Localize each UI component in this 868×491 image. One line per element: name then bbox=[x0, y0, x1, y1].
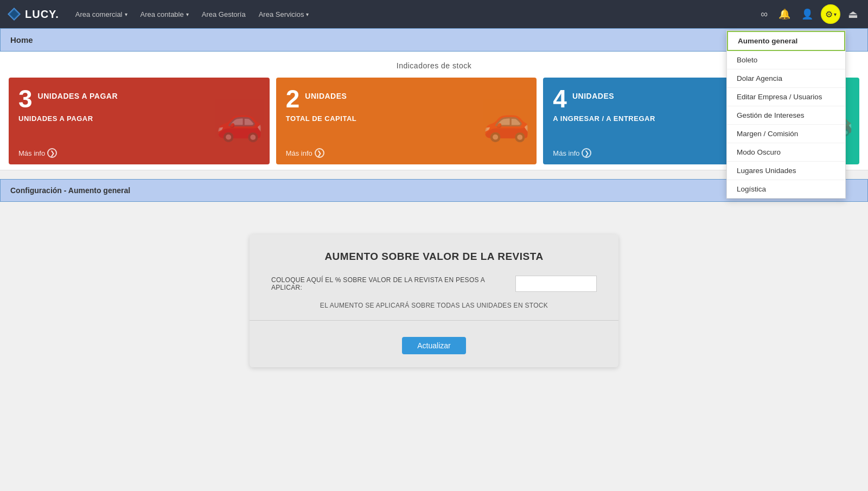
bell-icon[interactable]: 🔔 bbox=[775, 6, 794, 22]
percentage-input[interactable] bbox=[515, 276, 597, 292]
modal-area: AUMENTO SOBRE VALOR DE LA REVISTA COLOQU… bbox=[0, 202, 868, 389]
nav-area-servicios[interactable]: Area Servicios ▾ bbox=[253, 7, 315, 22]
modal-title: AUMENTO SOBRE VALOR DE LA REVISTA bbox=[271, 251, 597, 263]
logo[interactable]: LUCY. bbox=[7, 7, 59, 22]
nav-area-gestoria[interactable]: Area Gestoría bbox=[196, 7, 251, 22]
card-number: 4 bbox=[553, 86, 567, 111]
stock-card-unidades-pagar: 3 UNIDADES A PAGAR UNIDADES A PAGAR 🚗 Má… bbox=[9, 78, 270, 164]
modal-field-label: COLOQUE AQUÍ EL % SOBRE VALOR DE LA REVI… bbox=[271, 276, 510, 291]
navbar-right: ∞ 🔔 👤 ⚙ ▾ Aumento general Boleto Dolar A… bbox=[757, 4, 861, 24]
dropdown-item-editar-empresa[interactable]: Editar Empresa / Usuarios bbox=[727, 88, 845, 106]
exit-icon[interactable]: ⏏ bbox=[845, 5, 861, 23]
nav-area-comercial[interactable]: Area comercial ▾ bbox=[70, 7, 133, 22]
dropdown-item-logistica[interactable]: Logística bbox=[727, 180, 845, 198]
dropdown-item-aumento-general[interactable]: Aumento general bbox=[727, 31, 845, 51]
stock-card-total-capital: 2 UNIDADES TOTAL DE CAPITAL 🚗 Más info ❯ bbox=[276, 78, 537, 164]
home-title: Home bbox=[10, 35, 33, 44]
caret-icon: ▾ bbox=[125, 11, 127, 17]
arrow-circle-icon: ❯ bbox=[582, 148, 591, 158]
navbar-menu: Area comercial ▾ Area contable ▾ Area Ge… bbox=[70, 7, 757, 22]
arrow-circle-icon: ❯ bbox=[47, 148, 57, 158]
dropdown-item-dolar-agencia[interactable]: Dolar Agencia bbox=[727, 69, 845, 88]
card-label-top: UNIDADES bbox=[572, 92, 614, 100]
gear-icon: ⚙ bbox=[825, 9, 833, 20]
infinity-icon[interactable]: ∞ bbox=[757, 7, 771, 22]
modal-box: AUMENTO SOBRE VALOR DE LA REVISTA COLOQU… bbox=[250, 234, 618, 367]
dropdown-item-lugares-unidades[interactable]: Lugares Unidades bbox=[727, 162, 845, 180]
card-label-top: UNIDADES A PAGAR bbox=[38, 92, 118, 100]
dropdown-item-gestion-intereses[interactable]: Gestión de Intereses bbox=[727, 106, 845, 125]
caret-icon: ▾ bbox=[306, 11, 309, 17]
card-more-info[interactable]: Más info ❯ bbox=[286, 148, 527, 158]
modal-divider bbox=[250, 320, 618, 321]
card-number: 3 bbox=[18, 86, 33, 111]
nav-area-contable[interactable]: Area contable ▾ bbox=[135, 7, 194, 22]
arrow-circle-icon: ❯ bbox=[315, 148, 324, 158]
gear-caret: ▾ bbox=[834, 11, 837, 17]
gear-button[interactable]: ⚙ ▾ bbox=[821, 4, 840, 24]
card-number: 2 bbox=[286, 86, 300, 111]
more-info-text: Más info bbox=[18, 149, 45, 157]
logo-text: LUCY. bbox=[25, 8, 59, 21]
user-icon[interactable]: 👤 bbox=[798, 6, 816, 22]
logo-icon bbox=[7, 7, 22, 22]
caret-icon: ▾ bbox=[186, 11, 189, 17]
card-label-top: UNIDADES bbox=[305, 92, 347, 100]
modal-btn-row: Actualizar bbox=[271, 331, 597, 354]
car-icon: 🚗 bbox=[483, 99, 530, 143]
dropdown-item-modo-oscuro[interactable]: Modo Oscuro bbox=[727, 143, 845, 162]
modal-field-row: COLOQUE AQUÍ EL % SOBRE VALOR DE LA REVI… bbox=[271, 276, 597, 292]
modal-note: EL AUMENTO SE APLICARÁ SOBRE TODAS LAS U… bbox=[271, 302, 597, 309]
more-info-text: Más info bbox=[286, 149, 312, 157]
update-button[interactable]: Actualizar bbox=[402, 337, 465, 354]
navbar: LUCY. Area comercial ▾ Area contable ▾ A… bbox=[0, 0, 868, 28]
config-title: Configuración - Aumento general bbox=[10, 186, 130, 195]
dropdown-item-margen-comision[interactable]: Margen / Comisión bbox=[727, 125, 845, 143]
card-more-info[interactable]: Más info ❯ bbox=[18, 148, 260, 158]
car-icon: 🚗 bbox=[216, 99, 263, 143]
gear-dropdown-menu: Aumento general Boleto Dolar Agencia Edi… bbox=[726, 30, 846, 199]
dropdown-item-boleto[interactable]: Boleto bbox=[727, 51, 845, 69]
more-info-text: Más info bbox=[553, 149, 579, 157]
gear-dropdown-wrapper: ⚙ ▾ Aumento general Boleto Dolar Agencia… bbox=[821, 4, 840, 24]
